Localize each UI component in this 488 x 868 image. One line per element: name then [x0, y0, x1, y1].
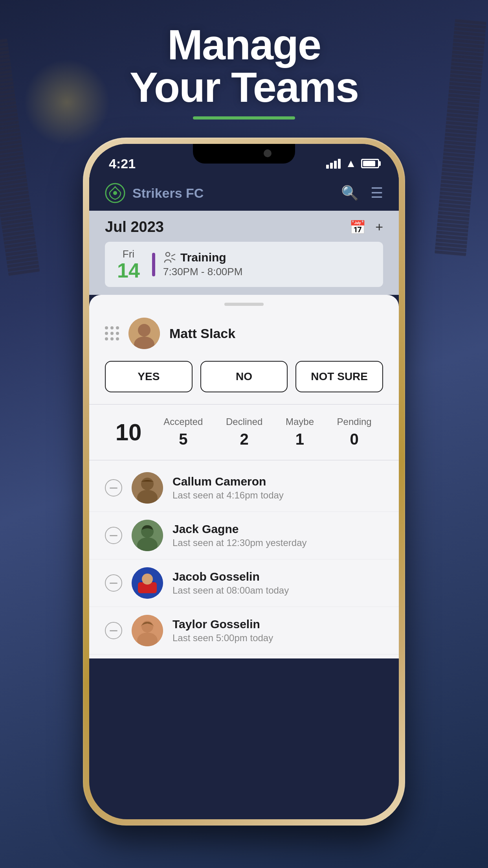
event-info: Training 7:30PM - 8:00PM	[163, 251, 242, 278]
app-header: Strikers FC 🔍 ☰	[89, 175, 399, 211]
remove-player-button[interactable]	[105, 479, 122, 497]
stats-row: 10 Accepted 5 Declined 2 Maybe 1	[89, 405, 399, 460]
svg-point-9	[141, 478, 154, 490]
user-name: Matt Slack	[169, 326, 235, 341]
player-avatar	[132, 615, 163, 646]
rsvp-yes-button[interactable]: YES	[105, 361, 193, 392]
event-row: Fri 14 Training	[105, 242, 383, 287]
pending-label: Pending	[337, 416, 372, 427]
headline: Manage Your Teams	[0, 24, 488, 108]
sheet-handle	[224, 303, 264, 306]
day-name: Fri	[123, 248, 134, 260]
team-name: Strikers FC	[132, 186, 204, 201]
stats-total: 10	[105, 419, 152, 446]
search-icon[interactable]: 🔍	[341, 185, 359, 201]
month-label: Jul 2023	[105, 219, 164, 235]
player-avatar	[132, 472, 163, 504]
stat-maybe: Maybe 1	[286, 416, 314, 448]
player-avatar	[132, 520, 163, 551]
svg-point-6	[138, 324, 150, 337]
player-name: Taylor Gosselin	[172, 618, 273, 631]
stats-details: Accepted 5 Declined 2 Maybe 1 Pending	[152, 416, 383, 448]
stat-accepted: Accepted 5	[163, 416, 203, 448]
rsvp-row: YES NO NOT SURE	[89, 357, 399, 404]
list-item[interactable]: Jacob Gosselin Last seen at 08:00am toda…	[89, 559, 399, 607]
stat-pending: Pending 0	[337, 416, 372, 448]
app-logo-area: Strikers FC	[105, 183, 204, 203]
list-item[interactable]: Taylor Gosselin Last seen 5:00pm today	[89, 607, 399, 655]
bottom-sheet: Matt Slack YES NO NOT SURE 10 Accepted 5	[89, 295, 399, 658]
player-info: Taylor Gosselin Last seen 5:00pm today	[172, 618, 273, 644]
svg-point-16	[142, 574, 153, 585]
svg-line-4	[172, 258, 175, 260]
training-icon	[163, 251, 176, 264]
status-time: 4:21	[109, 156, 136, 171]
maybe-value: 1	[295, 430, 304, 448]
player-info: Jack Gagne Last seen at 12:30pm yesterda…	[172, 522, 307, 548]
player-info: Callum Cameron Last seen at 4:16pm today	[172, 475, 284, 501]
user-row: Matt Slack	[89, 306, 399, 357]
declined-value: 2	[240, 430, 249, 448]
header-section: Manage Your Teams	[0, 24, 488, 120]
list-item[interactable]: Callum Cameron Last seen at 4:16pm today	[89, 464, 399, 512]
calendar-section: Jul 2023 📅 + Fri 14	[89, 211, 399, 295]
list-item[interactable]: Jack Gagne Last seen at 12:30pm yesterda…	[89, 512, 399, 559]
notch	[193, 144, 295, 164]
player-avatar	[132, 567, 163, 599]
rsvp-no-button[interactable]: NO	[200, 361, 288, 392]
calendar-icon[interactable]: 📅	[349, 219, 366, 235]
svg-line-3	[172, 254, 175, 256]
month-icons: 📅 +	[349, 219, 383, 235]
player-list: Callum Cameron Last seen at 4:16pm today	[89, 460, 399, 658]
stat-declined: Declined 2	[226, 416, 262, 448]
remove-player-button[interactable]	[105, 527, 122, 544]
month-row: Jul 2023 📅 +	[105, 219, 383, 235]
accepted-label: Accepted	[163, 416, 203, 427]
phone-frame: 4:21 ▲	[83, 138, 405, 826]
event-color-bar	[152, 253, 155, 276]
status-bar: 4:21 ▲	[89, 144, 399, 175]
day-block: Fri 14	[113, 248, 144, 281]
green-divider	[193, 116, 295, 120]
player-last-seen: Last seen at 08:00am today	[172, 585, 289, 596]
player-name: Jacob Gosselin	[172, 570, 289, 583]
status-icons: ▲	[326, 157, 379, 170]
camera	[264, 149, 272, 157]
player-info: Jacob Gosselin Last seen at 08:00am toda…	[172, 570, 289, 596]
accepted-value: 5	[179, 430, 187, 448]
rsvp-not-sure-button[interactable]: NOT SURE	[295, 361, 383, 392]
pending-value: 0	[350, 430, 359, 448]
player-name: Callum Cameron	[172, 475, 284, 488]
player-last-seen: Last seen at 4:16pm today	[172, 490, 284, 501]
wifi-icon: ▲	[345, 157, 356, 170]
drag-handle[interactable]	[105, 326, 119, 340]
player-last-seen: Last seen 5:00pm today	[172, 633, 273, 644]
svg-point-1	[113, 191, 117, 195]
battery-icon	[361, 159, 379, 168]
phone-outer-frame: 4:21 ▲	[83, 138, 405, 826]
app-logo-icon	[105, 183, 125, 203]
event-time: 7:30PM - 8:00PM	[163, 266, 242, 278]
maybe-label: Maybe	[286, 416, 314, 427]
add-event-icon[interactable]: +	[375, 219, 383, 235]
svg-point-2	[166, 252, 170, 256]
event-name: Training	[180, 251, 226, 264]
day-number: 14	[117, 260, 140, 281]
user-avatar	[128, 318, 160, 349]
remove-player-button[interactable]	[105, 622, 122, 639]
phone-screen: 4:21 ▲	[89, 144, 399, 819]
remove-player-button[interactable]	[105, 574, 122, 592]
event-icon-row: Training	[163, 251, 242, 264]
declined-label: Declined	[226, 416, 262, 427]
player-name: Jack Gagne	[172, 522, 307, 536]
player-last-seen: Last seen at 12:30pm yesterday	[172, 537, 307, 548]
menu-icon[interactable]: ☰	[371, 185, 383, 201]
signal-icon	[326, 159, 341, 169]
app-header-icons: 🔍 ☰	[341, 185, 383, 201]
